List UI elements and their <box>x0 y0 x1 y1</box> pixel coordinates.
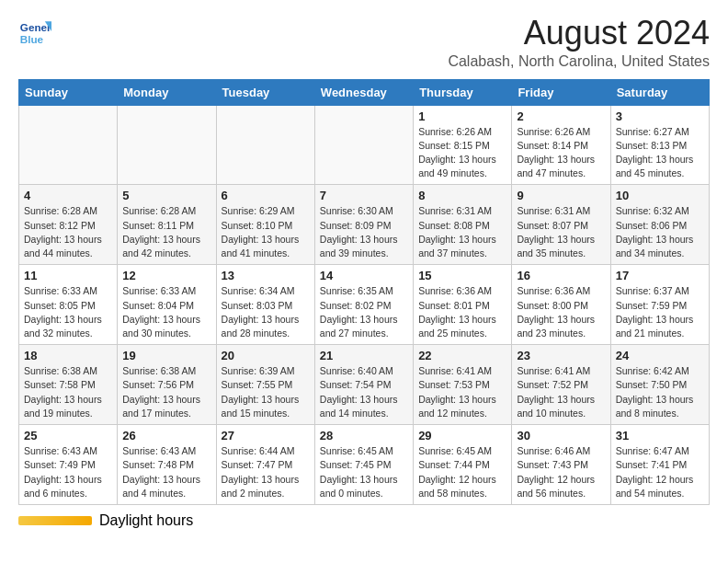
day-info: Sunrise: 6:38 AMSunset: 7:58 PMDaylight:… <box>24 364 112 420</box>
day-number: 14 <box>320 269 408 282</box>
calendar-cell: 5Sunrise: 6:28 AMSunset: 8:11 PMDaylight… <box>118 185 216 265</box>
day-number: 18 <box>24 349 112 362</box>
day-number: 30 <box>517 429 605 442</box>
day-info: Sunrise: 6:37 AMSunset: 7:59 PMDaylight:… <box>616 284 704 340</box>
day-header-monday: Monday <box>118 79 216 105</box>
header: General Blue August 2024 Calabash, North… <box>18 15 710 70</box>
day-number: 17 <box>616 269 704 282</box>
day-info: Sunrise: 6:28 AMSunset: 8:11 PMDaylight:… <box>122 204 210 260</box>
calendar-cell <box>314 105 413 185</box>
daylight-label: Daylight hours <box>99 512 193 529</box>
calendar-week-row: 18Sunrise: 6:38 AMSunset: 7:58 PMDayligh… <box>19 345 710 425</box>
calendar-cell: 25Sunrise: 6:43 AMSunset: 7:49 PMDayligh… <box>19 425 118 505</box>
day-number: 13 <box>222 269 310 282</box>
day-number: 5 <box>122 189 210 202</box>
calendar-cell <box>216 105 314 185</box>
day-number: 9 <box>517 189 605 202</box>
day-header-saturday: Saturday <box>610 79 709 105</box>
day-info: Sunrise: 6:28 AMSunset: 8:12 PMDaylight:… <box>24 204 112 260</box>
day-info: Sunrise: 6:32 AMSunset: 8:06 PMDaylight:… <box>616 204 704 260</box>
days-header-row: SundayMondayTuesdayWednesdayThursdayFrid… <box>19 79 710 105</box>
calendar-week-row: 25Sunrise: 6:43 AMSunset: 7:49 PMDayligh… <box>19 425 710 505</box>
calendar-cell: 17Sunrise: 6:37 AMSunset: 7:59 PMDayligh… <box>610 265 709 345</box>
calendar-cell: 30Sunrise: 6:46 AMSunset: 7:43 PMDayligh… <box>512 425 610 505</box>
day-info: Sunrise: 6:41 AMSunset: 7:53 PMDaylight:… <box>418 364 506 420</box>
day-number: 31 <box>616 429 704 442</box>
calendar-cell: 3Sunrise: 6:27 AMSunset: 8:13 PMDaylight… <box>610 105 709 185</box>
day-header-sunday: Sunday <box>19 79 118 105</box>
calendar-cell: 12Sunrise: 6:33 AMSunset: 8:04 PMDayligh… <box>118 265 216 345</box>
calendar-cell: 2Sunrise: 6:26 AMSunset: 8:14 PMDaylight… <box>512 105 610 185</box>
day-number: 23 <box>517 349 605 362</box>
day-number: 29 <box>418 429 506 442</box>
calendar-cell: 4Sunrise: 6:28 AMSunset: 8:12 PMDaylight… <box>19 185 118 265</box>
day-info: Sunrise: 6:45 AMSunset: 7:45 PMDaylight:… <box>320 444 408 500</box>
calendar-week-row: 11Sunrise: 6:33 AMSunset: 8:05 PMDayligh… <box>19 265 710 345</box>
day-info: Sunrise: 6:47 AMSunset: 7:41 PMDaylight:… <box>616 444 704 500</box>
day-number: 26 <box>122 429 210 442</box>
day-number: 1 <box>418 109 506 123</box>
day-number: 24 <box>616 349 704 362</box>
day-header-wednesday: Wednesday <box>314 79 413 105</box>
calendar-cell: 8Sunrise: 6:31 AMSunset: 8:08 PMDaylight… <box>414 185 512 265</box>
day-info: Sunrise: 6:40 AMSunset: 7:54 PMDaylight:… <box>320 364 408 420</box>
calendar-cell: 1Sunrise: 6:26 AMSunset: 8:15 PMDaylight… <box>414 105 512 185</box>
day-number: 27 <box>222 429 310 442</box>
calendar-cell: 16Sunrise: 6:36 AMSunset: 8:00 PMDayligh… <box>512 265 610 345</box>
day-header-thursday: Thursday <box>414 79 512 105</box>
title-area: August 2024 Calabash, North Carolina, Un… <box>448 15 710 70</box>
day-number: 8 <box>418 189 506 202</box>
day-info: Sunrise: 6:29 AMSunset: 8:10 PMDaylight:… <box>222 204 310 260</box>
calendar-week-row: 1Sunrise: 6:26 AMSunset: 8:15 PMDaylight… <box>19 105 710 185</box>
day-info: Sunrise: 6:44 AMSunset: 7:47 PMDaylight:… <box>222 444 310 500</box>
day-info: Sunrise: 6:33 AMSunset: 8:05 PMDaylight:… <box>24 284 112 340</box>
day-number: 3 <box>616 109 704 123</box>
calendar-cell: 19Sunrise: 6:38 AMSunset: 7:56 PMDayligh… <box>118 345 216 425</box>
day-info: Sunrise: 6:36 AMSunset: 8:01 PMDaylight:… <box>418 284 506 340</box>
day-info: Sunrise: 6:31 AMSunset: 8:07 PMDaylight:… <box>517 204 605 260</box>
day-number: 28 <box>320 429 408 442</box>
day-number: 11 <box>24 269 112 282</box>
calendar-cell: 7Sunrise: 6:30 AMSunset: 8:09 PMDaylight… <box>314 185 413 265</box>
day-info: Sunrise: 6:45 AMSunset: 7:44 PMDaylight:… <box>418 444 506 500</box>
day-header-tuesday: Tuesday <box>216 79 314 105</box>
day-info: Sunrise: 6:43 AMSunset: 7:48 PMDaylight:… <box>122 444 210 500</box>
day-info: Sunrise: 6:35 AMSunset: 8:02 PMDaylight:… <box>320 284 408 340</box>
calendar-cell <box>118 105 216 185</box>
calendar-cell: 21Sunrise: 6:40 AMSunset: 7:54 PMDayligh… <box>314 345 413 425</box>
calendar-cell: 22Sunrise: 6:41 AMSunset: 7:53 PMDayligh… <box>414 345 512 425</box>
calendar-cell: 9Sunrise: 6:31 AMSunset: 8:07 PMDaylight… <box>512 185 610 265</box>
day-info: Sunrise: 6:26 AMSunset: 8:15 PMDaylight:… <box>418 125 506 181</box>
day-info: Sunrise: 6:27 AMSunset: 8:13 PMDaylight:… <box>616 125 704 181</box>
daylight-bar-icon <box>18 516 92 525</box>
day-info: Sunrise: 6:39 AMSunset: 7:55 PMDaylight:… <box>222 364 310 420</box>
day-info: Sunrise: 6:30 AMSunset: 8:09 PMDaylight:… <box>320 204 408 260</box>
day-number: 4 <box>24 189 112 202</box>
day-number: 16 <box>517 269 605 282</box>
logo: General Blue <box>18 15 55 48</box>
day-number: 22 <box>418 349 506 362</box>
month-year-title: August 2024 <box>448 15 710 52</box>
calendar-cell: 31Sunrise: 6:47 AMSunset: 7:41 PMDayligh… <box>610 425 709 505</box>
calendar-cell: 26Sunrise: 6:43 AMSunset: 7:48 PMDayligh… <box>118 425 216 505</box>
calendar-cell: 13Sunrise: 6:34 AMSunset: 8:03 PMDayligh… <box>216 265 314 345</box>
day-number: 15 <box>418 269 506 282</box>
calendar-cell: 24Sunrise: 6:42 AMSunset: 7:50 PMDayligh… <box>610 345 709 425</box>
calendar-cell: 11Sunrise: 6:33 AMSunset: 8:05 PMDayligh… <box>19 265 118 345</box>
day-info: Sunrise: 6:38 AMSunset: 7:56 PMDaylight:… <box>122 364 210 420</box>
day-number: 6 <box>222 189 310 202</box>
footer: Daylight hours <box>18 512 710 529</box>
calendar-cell: 14Sunrise: 6:35 AMSunset: 8:02 PMDayligh… <box>314 265 413 345</box>
calendar-cell: 23Sunrise: 6:41 AMSunset: 7:52 PMDayligh… <box>512 345 610 425</box>
calendar-cell: 15Sunrise: 6:36 AMSunset: 8:01 PMDayligh… <box>414 265 512 345</box>
logo-icon: General Blue <box>18 15 51 48</box>
calendar-cell: 10Sunrise: 6:32 AMSunset: 8:06 PMDayligh… <box>610 185 709 265</box>
location-subtitle: Calabash, North Carolina, United States <box>448 53 710 70</box>
svg-text:Blue: Blue <box>20 33 44 45</box>
calendar-cell: 27Sunrise: 6:44 AMSunset: 7:47 PMDayligh… <box>216 425 314 505</box>
day-number: 20 <box>222 349 310 362</box>
day-info: Sunrise: 6:34 AMSunset: 8:03 PMDaylight:… <box>222 284 310 340</box>
day-info: Sunrise: 6:36 AMSunset: 8:00 PMDaylight:… <box>517 284 605 340</box>
day-number: 2 <box>517 109 605 123</box>
day-header-friday: Friday <box>512 79 610 105</box>
